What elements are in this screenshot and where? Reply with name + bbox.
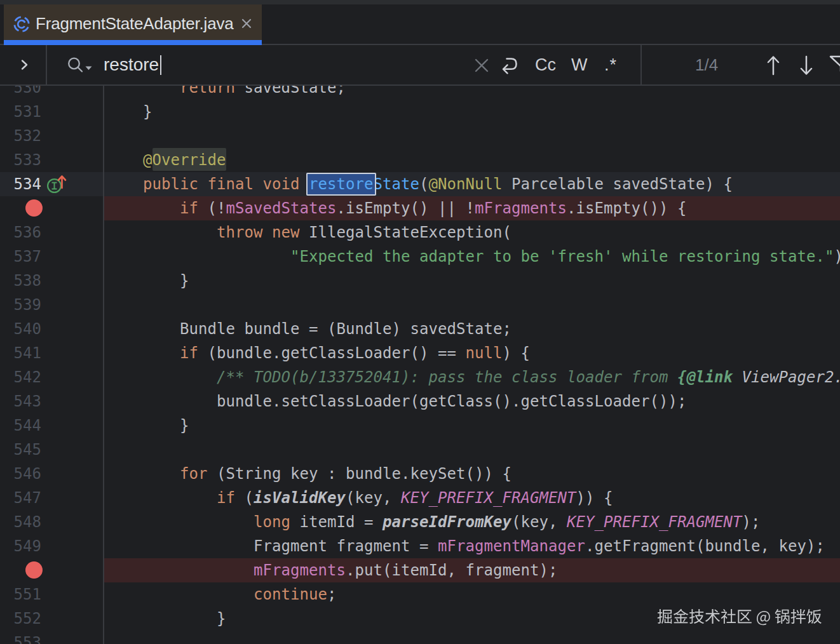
divider	[640, 45, 642, 84]
code-text[interactable]: @Override	[106, 148, 226, 172]
code-text[interactable]: mFragments.put(itemId, fragment);	[106, 558, 557, 582]
code-line[interactable]: mFragments.put(itemId, fragment);	[0, 558, 840, 582]
text-caret	[160, 55, 161, 75]
code-text[interactable]: continue;	[106, 582, 337, 607]
line-number: 547	[0, 486, 41, 510]
code-line-530[interactable]: 530 return savedState;	[0, 86, 840, 100]
line-number: 541	[0, 341, 41, 365]
active-tab-underline	[4, 40, 262, 45]
line-number: 551	[0, 582, 41, 607]
line-number: 531	[0, 100, 41, 124]
line-number: 549	[0, 534, 41, 558]
code-line[interactable]: if (!mSavedStates.isEmpty() || !mFragmen…	[0, 196, 840, 220]
watermark: 掘金技术社区 @ 锅拌饭	[657, 607, 823, 626]
code-line-548[interactable]: 548 long itemId = parseIdFromKey(key, KE…	[0, 510, 840, 534]
code-text[interactable]: for (String key : bundle.keySet()) {	[106, 462, 511, 486]
code-line-534[interactable]: 534 public final void restoreState(@NonN…	[0, 172, 840, 196]
code-line-544[interactable]: 544 }	[0, 413, 840, 438]
line-number: 540	[0, 317, 41, 341]
find-toolbar: restore Cc W .* 1/4	[0, 45, 840, 86]
line-number: 536	[0, 220, 41, 245]
code-line-538[interactable]: 538 }	[0, 269, 840, 293]
line-number: 553	[0, 631, 41, 644]
divider	[46, 45, 47, 84]
window-header-strip	[0, 0, 840, 4]
gutter-separator	[103, 86, 104, 644]
match-counter: 1/4	[695, 45, 718, 84]
code-line-533[interactable]: 533 @Override	[0, 148, 840, 172]
line-number: 532	[0, 124, 41, 148]
line-number: 534	[0, 172, 41, 196]
line-number: 538	[0, 269, 41, 293]
code-text[interactable]: if (!mSavedStates.isEmpty() || !mFragmen…	[106, 196, 687, 220]
code-line-540[interactable]: 540 Bundle bundle = (Bundle) savedState;	[0, 317, 840, 341]
code-line-543[interactable]: 543 bundle.setClassLoader(getClass().get…	[0, 389, 840, 413]
code-text[interactable]: long itemId = parseIdFromKey(key, KEY_PR…	[106, 510, 761, 534]
code-line-553[interactable]: 553	[0, 631, 840, 644]
code-line-531[interactable]: 531 }	[0, 100, 840, 124]
close-icon[interactable]	[240, 17, 254, 30]
code-line-545[interactable]: 545	[0, 438, 840, 462]
code-line-541[interactable]: 541 if (bundle.getClassLoader() == null)…	[0, 341, 840, 365]
code-text[interactable]: if (bundle.getClassLoader() == null) {	[106, 341, 530, 365]
code-text[interactable]: /** TODO(b/133752041): pass the class lo…	[106, 365, 840, 389]
editor-tab-bar: FragmentStateAdapter.java	[0, 0, 840, 45]
code-text[interactable]: if (isValidKey(key, KEY_PREFIX_FRAGMENT)…	[106, 486, 613, 510]
line-number: 539	[0, 293, 41, 317]
java-class-icon	[13, 15, 30, 33]
line-number: 552	[0, 607, 41, 631]
overrides-method-gutter-icon[interactable]	[45, 173, 67, 195]
code-text[interactable]: }	[106, 100, 152, 124]
line-number: 533	[0, 148, 41, 172]
code-line-542[interactable]: 542 /** TODO(b/133752041): pass the clas…	[0, 365, 840, 389]
line-number: 545	[0, 438, 41, 462]
code-line-539[interactable]: 539	[0, 293, 840, 317]
filter-icon[interactable]	[827, 53, 840, 79]
code-line-532[interactable]: 532	[0, 124, 840, 148]
code-text[interactable]: bundle.setClassLoader(getClass().getClas…	[106, 389, 686, 413]
code-line-537[interactable]: 537 "Expected the adapter to be 'fresh' …	[0, 245, 840, 269]
next-occurrence-icon[interactable]	[798, 53, 815, 78]
code-text[interactable]: }	[106, 413, 189, 438]
code-text[interactable]: public final void restoreState(@NonNull …	[106, 172, 733, 196]
code-text[interactable]: "Expected the adapter to be 'fresh' whil…	[106, 245, 840, 269]
code-line-549[interactable]: 549 Fragment fragment = mFragmentManager…	[0, 534, 840, 558]
code-text[interactable]: Bundle bundle = (Bundle) savedState;	[106, 317, 511, 341]
code-text[interactable]: }	[106, 269, 189, 293]
search-icon[interactable]	[66, 56, 95, 74]
code-line-551[interactable]: 551 continue;	[0, 582, 840, 607]
code-text[interactable]: throw new IllegalStateException(	[106, 220, 511, 245]
code-line-536[interactable]: 536 throw new IllegalStateException(	[0, 220, 840, 245]
watermark-glyphs	[657, 607, 823, 626]
search-match-current[interactable]: restore	[306, 173, 376, 196]
match-case-toggle[interactable]: Cc	[535, 45, 556, 84]
line-number: 546	[0, 462, 41, 486]
line-number: 537	[0, 245, 41, 269]
breakpoint-icon[interactable]	[25, 199, 43, 217]
code-line-546[interactable]: 546 for (String key : bundle.keySet()) {	[0, 462, 840, 486]
line-number: 543	[0, 389, 41, 413]
line-number: 544	[0, 413, 41, 438]
tab-fragmentstateadapter[interactable]: FragmentStateAdapter.java	[4, 4, 262, 45]
code-text[interactable]: return savedState;	[106, 86, 346, 100]
tab-title: FragmentStateAdapter.java	[36, 4, 234, 43]
code-text[interactable]: }	[106, 607, 226, 631]
search-input[interactable]: restore	[104, 45, 159, 84]
breakpoint-icon[interactable]	[25, 561, 43, 579]
line-number: 530	[0, 86, 41, 100]
regex-toggle[interactable]: .*	[604, 45, 617, 84]
editor[interactable]: 530 return savedState;531 }532533 @Overr…	[0, 86, 840, 644]
line-number: 542	[0, 365, 41, 389]
code-rows: 530 return savedState;531 }532533 @Overr…	[0, 86, 840, 644]
newline-icon[interactable]	[499, 55, 520, 76]
expand-chevron-icon[interactable]	[18, 58, 30, 71]
previous-occurrence-icon[interactable]	[765, 53, 782, 78]
line-number: 548	[0, 510, 41, 534]
whole-words-toggle[interactable]: W	[571, 45, 587, 84]
code-line-547[interactable]: 547 if (isValidKey(key, KEY_PREFIX_FRAGM…	[0, 486, 840, 510]
code-text[interactable]: Fragment fragment = mFragmentManager.get…	[106, 534, 825, 558]
clear-search-icon[interactable]	[474, 58, 489, 73]
